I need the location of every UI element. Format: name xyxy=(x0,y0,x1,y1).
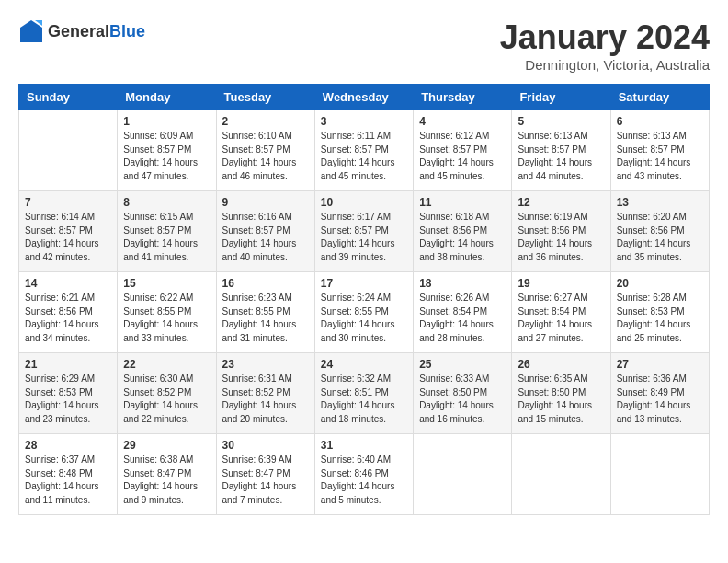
calendar-cell: 6Sunrise: 6:13 AMSunset: 8:57 PMDaylight… xyxy=(610,110,709,191)
day-info: Sunrise: 6:24 AMSunset: 8:55 PMDaylight:… xyxy=(321,292,407,345)
day-number: 24 xyxy=(321,358,407,371)
day-info: Sunrise: 6:33 AMSunset: 8:50 PMDaylight:… xyxy=(419,373,506,426)
day-number: 8 xyxy=(123,196,210,209)
calendar-week-2: 7Sunrise: 6:14 AMSunset: 8:57 PMDaylight… xyxy=(19,191,710,272)
logo-blue: Blue xyxy=(109,22,145,40)
day-number: 14 xyxy=(25,277,111,290)
calendar-cell: 18Sunrise: 6:26 AMSunset: 8:54 PMDayligh… xyxy=(414,272,512,353)
calendar-cell: 17Sunrise: 6:24 AMSunset: 8:55 PMDayligh… xyxy=(314,272,413,353)
calendar-cell: 29Sunrise: 6:38 AMSunset: 8:47 PMDayligh… xyxy=(118,434,216,515)
title-area: January 2024 Dennington, Victoria, Austr… xyxy=(500,18,710,73)
day-info: Sunrise: 6:31 AMSunset: 8:52 PMDaylight:… xyxy=(222,373,309,426)
logo-icon xyxy=(18,18,44,44)
day-number: 2 xyxy=(222,115,309,128)
calendar-cell: 10Sunrise: 6:17 AMSunset: 8:57 PMDayligh… xyxy=(314,191,413,272)
calendar-week-5: 28Sunrise: 6:37 AMSunset: 8:48 PMDayligh… xyxy=(19,434,710,515)
location-subtitle: Dennington, Victoria, Australia xyxy=(500,57,710,73)
calendar-cell: 2Sunrise: 6:10 AMSunset: 8:57 PMDaylight… xyxy=(216,110,314,191)
day-info: Sunrise: 6:19 AMSunset: 8:56 PMDaylight:… xyxy=(518,211,604,264)
calendar-cell: 22Sunrise: 6:30 AMSunset: 8:52 PMDayligh… xyxy=(118,353,216,434)
day-number: 23 xyxy=(222,358,309,371)
day-number: 1 xyxy=(123,115,210,128)
calendar-week-1: 1Sunrise: 6:09 AMSunset: 8:57 PMDaylight… xyxy=(19,110,710,191)
day-number: 18 xyxy=(419,277,506,290)
day-info: Sunrise: 6:10 AMSunset: 8:57 PMDaylight:… xyxy=(222,130,309,183)
day-number: 4 xyxy=(419,115,506,128)
day-number: 26 xyxy=(518,358,604,371)
day-number: 12 xyxy=(518,196,604,209)
calendar-cell: 13Sunrise: 6:20 AMSunset: 8:56 PMDayligh… xyxy=(610,191,709,272)
day-info: Sunrise: 6:13 AMSunset: 8:57 PMDaylight:… xyxy=(617,130,703,183)
calendar-cell: 7Sunrise: 6:14 AMSunset: 8:57 PMDaylight… xyxy=(19,191,118,272)
logo: GeneralBlue xyxy=(18,18,145,44)
weekday-header-monday: Monday xyxy=(118,85,216,110)
calendar-cell: 14Sunrise: 6:21 AMSunset: 8:56 PMDayligh… xyxy=(19,272,118,353)
calendar-cell: 15Sunrise: 6:22 AMSunset: 8:55 PMDayligh… xyxy=(118,272,216,353)
calendar-cell: 26Sunrise: 6:35 AMSunset: 8:50 PMDayligh… xyxy=(512,353,610,434)
day-number: 21 xyxy=(25,358,111,371)
day-info: Sunrise: 6:12 AMSunset: 8:57 PMDaylight:… xyxy=(419,130,506,183)
day-number: 3 xyxy=(321,115,407,128)
day-number: 27 xyxy=(617,358,703,371)
day-info: Sunrise: 6:36 AMSunset: 8:49 PMDaylight:… xyxy=(617,373,703,426)
calendar-cell: 19Sunrise: 6:27 AMSunset: 8:54 PMDayligh… xyxy=(512,272,610,353)
calendar-cell: 4Sunrise: 6:12 AMSunset: 8:57 PMDaylight… xyxy=(414,110,512,191)
day-number: 30 xyxy=(222,439,309,452)
day-info: Sunrise: 6:35 AMSunset: 8:50 PMDaylight:… xyxy=(518,373,604,426)
day-number: 16 xyxy=(222,277,309,290)
calendar-cell: 30Sunrise: 6:39 AMSunset: 8:47 PMDayligh… xyxy=(216,434,314,515)
calendar-header: SundayMondayTuesdayWednesdayThursdayFrid… xyxy=(19,85,710,110)
day-number: 11 xyxy=(419,196,506,209)
day-number: 9 xyxy=(222,196,309,209)
calendar-cell: 9Sunrise: 6:16 AMSunset: 8:57 PMDaylight… xyxy=(216,191,314,272)
calendar-cell: 25Sunrise: 6:33 AMSunset: 8:50 PMDayligh… xyxy=(414,353,512,434)
calendar-cell: 20Sunrise: 6:28 AMSunset: 8:53 PMDayligh… xyxy=(610,272,709,353)
day-number: 22 xyxy=(123,358,210,371)
calendar-cell: 24Sunrise: 6:32 AMSunset: 8:51 PMDayligh… xyxy=(314,353,413,434)
day-info: Sunrise: 6:23 AMSunset: 8:55 PMDaylight:… xyxy=(222,292,309,345)
day-info: Sunrise: 6:27 AMSunset: 8:54 PMDaylight:… xyxy=(518,292,604,345)
day-number: 15 xyxy=(123,277,210,290)
calendar-cell: 23Sunrise: 6:31 AMSunset: 8:52 PMDayligh… xyxy=(216,353,314,434)
day-info: Sunrise: 6:39 AMSunset: 8:47 PMDaylight:… xyxy=(222,454,309,507)
calendar-week-3: 14Sunrise: 6:21 AMSunset: 8:56 PMDayligh… xyxy=(19,272,710,353)
day-info: Sunrise: 6:28 AMSunset: 8:53 PMDaylight:… xyxy=(617,292,703,345)
day-number: 5 xyxy=(518,115,604,128)
weekday-header-wednesday: Wednesday xyxy=(314,85,413,110)
day-info: Sunrise: 6:18 AMSunset: 8:56 PMDaylight:… xyxy=(419,211,506,264)
day-number: 28 xyxy=(25,439,111,452)
day-number: 17 xyxy=(321,277,407,290)
day-info: Sunrise: 6:11 AMSunset: 8:57 PMDaylight:… xyxy=(321,130,407,183)
logo-text: GeneralBlue xyxy=(48,22,145,41)
weekday-header-sunday: Sunday xyxy=(19,85,118,110)
weekday-header-tuesday: Tuesday xyxy=(216,85,314,110)
weekday-header-saturday: Saturday xyxy=(610,85,709,110)
calendar-cell xyxy=(414,434,512,515)
calendar-cell: 3Sunrise: 6:11 AMSunset: 8:57 PMDaylight… xyxy=(314,110,413,191)
day-number: 10 xyxy=(321,196,407,209)
day-number: 7 xyxy=(25,196,111,209)
day-number: 13 xyxy=(617,196,703,209)
calendar-cell: 27Sunrise: 6:36 AMSunset: 8:49 PMDayligh… xyxy=(610,353,709,434)
day-info: Sunrise: 6:22 AMSunset: 8:55 PMDaylight:… xyxy=(123,292,210,345)
day-info: Sunrise: 6:30 AMSunset: 8:52 PMDaylight:… xyxy=(123,373,210,426)
day-number: 20 xyxy=(617,277,703,290)
day-info: Sunrise: 6:37 AMSunset: 8:48 PMDaylight:… xyxy=(25,454,111,507)
calendar-cell: 31Sunrise: 6:40 AMSunset: 8:46 PMDayligh… xyxy=(314,434,413,515)
day-info: Sunrise: 6:21 AMSunset: 8:56 PMDaylight:… xyxy=(25,292,111,345)
day-number: 19 xyxy=(518,277,604,290)
day-info: Sunrise: 6:29 AMSunset: 8:53 PMDaylight:… xyxy=(25,373,111,426)
calendar-cell: 12Sunrise: 6:19 AMSunset: 8:56 PMDayligh… xyxy=(512,191,610,272)
day-info: Sunrise: 6:15 AMSunset: 8:57 PMDaylight:… xyxy=(123,211,210,264)
calendar-cell: 5Sunrise: 6:13 AMSunset: 8:57 PMDaylight… xyxy=(512,110,610,191)
calendar-cell xyxy=(610,434,709,515)
day-number: 29 xyxy=(123,439,210,452)
weekday-header-friday: Friday xyxy=(512,85,610,110)
day-number: 25 xyxy=(419,358,506,371)
day-number: 31 xyxy=(321,439,407,452)
calendar-cell: 21Sunrise: 6:29 AMSunset: 8:53 PMDayligh… xyxy=(19,353,118,434)
calendar-cell xyxy=(512,434,610,515)
calendar-cell: 1Sunrise: 6:09 AMSunset: 8:57 PMDaylight… xyxy=(118,110,216,191)
day-info: Sunrise: 6:13 AMSunset: 8:57 PMDaylight:… xyxy=(518,130,604,183)
day-info: Sunrise: 6:14 AMSunset: 8:57 PMDaylight:… xyxy=(25,211,111,264)
